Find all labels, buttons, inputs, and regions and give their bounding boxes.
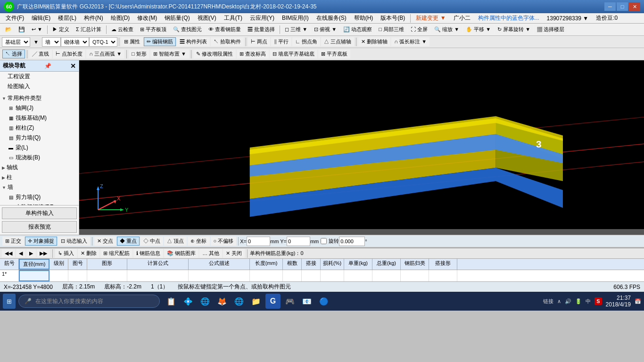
align-floor-button[interactable]: ⊠ 平齐底板 [318,49,350,58]
menu-edit[interactable]: 编辑(E) [28,13,54,23]
menu-phone[interactable]: 13907298339 ▼ [543,14,593,23]
notification-icon[interactable]: 📅 [635,298,641,304]
menu-view[interactable]: 视图(V) [194,13,220,23]
task-icon-firefox[interactable]: 🦊 [215,294,230,309]
sidebar-item-cast-slab[interactable]: ▭ 现浇板(B) [0,153,79,163]
toolbar-cloud-check[interactable]: ☁ 云检查 [108,25,136,34]
task-icon-explorer[interactable]: 📁 [248,294,264,309]
sidebar-item-beam[interactable]: ▬ 梁(L) [0,143,79,153]
sidebar-section-common-header[interactable]: ▼ 常用构件类型 [0,93,79,103]
rebar-nav-last[interactable]: ▶▶ [37,249,50,257]
select-button[interactable]: ↖ 选择 [2,49,25,58]
taskbar-ime[interactable]: 中 [586,298,591,305]
coordinate-button[interactable]: ⊕ 坐标 [188,237,209,246]
rebar-nav-prev[interactable]: ◀ [16,249,25,257]
task-icon-email[interactable]: 📧 [299,294,314,309]
menu-tools[interactable]: 工具(T) [220,13,246,23]
report-preview-button[interactable]: 报表预览 [2,221,77,233]
task-icon-g[interactable]: G [265,294,281,309]
edit-segment-button[interactable]: ✎ 修改增段属性 [193,49,236,58]
rebar-close-button[interactable]: ✕ 关闭 [223,249,245,258]
rebar-info-button[interactable]: ℹ 钢筋信息 [133,249,163,258]
x-input[interactable] [247,237,270,246]
toolbar-define[interactable]: ▶ 定义 [50,25,72,34]
toolbar-screen-rotate[interactable]: ↻ 屏幕旋转 ▼ [495,25,533,34]
intersection-button[interactable]: ✕ 交点 [94,237,116,246]
sidebar-item-raft[interactable]: ▦ 筏板基础(M) [0,113,79,123]
cell-count-1[interactable] [283,270,302,281]
rect-button[interactable]: □ 矩形 [129,49,149,58]
toolbar-open[interactable]: 📂 [2,25,15,33]
edit-rebar-button[interactable]: ✏ 编辑钢筋 [144,37,176,46]
task-icon-edge[interactable]: 🌐 [198,294,213,309]
menu-online[interactable]: 在线服务(S) [313,13,350,23]
taskbar-battery-icon[interactable]: 🔋 [575,298,582,304]
close-button[interactable]: ✕ [629,2,640,11]
cell-rebar-type-1[interactable] [401,270,429,281]
sidebar-section-axis-header[interactable]: ▶ 轴线 [0,163,79,173]
menu-bim[interactable]: BIM应用(I) [278,13,313,23]
rebar-nav-next[interactable]: ▶ [26,249,36,257]
start-button[interactable]: ⊞ [3,294,16,309]
toolbar-align-top[interactable]: ⊞ 平齐板顶 [137,25,169,34]
del-aux-button[interactable]: ✕ 删除辅轴 [358,37,390,46]
no-offset-button[interactable]: ○ 不偏移 [211,237,237,246]
cell-loss-1[interactable] [321,270,344,281]
midpoint-button[interactable]: ◆ 重点 [117,237,140,246]
toolbar-save[interactable]: 💾 [16,25,28,33]
cell-formula-1[interactable] [127,270,189,281]
scale-rebar-button[interactable]: ⊞ 缩尺配筋 [100,249,132,258]
task-icon-2[interactable]: 💠 [181,294,196,309]
sidebar-section-wall-header[interactable]: ▼ 墙 [0,182,79,192]
toolbar-pan[interactable]: ✋ 平移 ▼ [463,25,494,34]
object-snap-button[interactable]: ✛ 对象捕捉 [25,237,57,246]
menu-rebar-qty[interactable]: 钢筋量(Q) [161,13,193,23]
cell-total-weight-1[interactable] [372,270,401,281]
menu-cloud[interactable]: 云应用(Y) [246,13,278,23]
toolbar-fullscreen[interactable]: ⛶ 全屏 [408,25,430,34]
menu-assistant[interactable]: 广小二 [450,13,474,23]
sidebar-item-frame-col[interactable]: ▥ 框柱(Z) [0,123,79,133]
viewport-scrollbar[interactable] [79,229,644,235]
line-button[interactable]: ╱ 直线 [29,49,52,58]
menu-floor[interactable]: 楼层(L) [54,13,80,23]
midpoint2-button[interactable]: ◇ 中点 [140,237,163,246]
check-mark-button[interactable]: ⊞ 查改标高 [237,49,269,58]
maximize-button[interactable]: □ [617,2,628,11]
y-input[interactable] [287,237,310,246]
cell-unit-weight-1[interactable] [344,270,372,281]
menu-coins[interactable]: 造价豆:0 [592,13,621,23]
task-icon-ie[interactable]: 🌐 [231,294,247,309]
toolbar-calculate[interactable]: Σ 汇总计算 [73,25,104,34]
sidebar-item-shear-wall[interactable]: ▤ 剪力墙(Q) [0,133,79,143]
sidebar-close-icon[interactable]: ✕ [70,62,76,70]
menu-component[interactable]: 构件(N) [80,13,107,23]
toolbar-top-view[interactable]: ⊡ 俯视 ▼ [311,25,339,34]
arc-mark-button[interactable]: ∩ 弧长标注 ▼ [391,37,429,46]
three-arc-button[interactable]: ∩ 三点画弧 ▼ [86,49,124,58]
task-icon-blue[interactable]: 🔵 [316,294,331,309]
taskbar-antivirus[interactable]: S [594,297,602,305]
taskbar-search[interactable]: 🎤 在这里输入你要搜索的内容 [18,295,160,308]
dynamic-input-button[interactable]: ⊡ 动态输入 [58,237,90,246]
toolbar-zoom[interactable]: 🔍 缩放 ▼ [431,25,462,34]
menu-version[interactable]: 版本号(B) [377,13,409,23]
viewport[interactable]: 3 Z Y X [79,60,644,235]
corner-button[interactable]: ∟ 拐点角 [292,37,320,46]
toolbar-undo[interactable]: ↩ ▼ [29,25,45,33]
pt-length-button[interactable]: ⊢ 点加长度 [53,49,85,58]
smart-layout-button[interactable]: ⊞ 智能布置 ▼ [150,49,189,58]
cell-formula-desc-1[interactable] [189,270,250,281]
toolbar-local-3d[interactable]: □ 局部三维 [376,25,407,34]
parallel-button[interactable]: ∥ 平行 [271,37,291,46]
rebar-insert-button[interactable]: ↳ 插入 [55,249,77,258]
menu-file[interactable]: 文件(F) [2,13,28,23]
toolbar-3d[interactable]: ◻ 三维 ▼ [282,25,310,34]
toolbar-select-floor[interactable]: ▦ 选择楼层 [534,25,567,34]
rotate-input[interactable] [339,237,365,246]
rebar-delete-button[interactable]: ✕ 删除 [78,249,99,258]
sidebar-item-drawing-input[interactable]: 绘图输入 [0,82,79,91]
sidebar-item-shear-wall2[interactable]: ▤ 剪力墙(Q) [0,192,79,202]
align-base-button[interactable]: ⊟ 墙底平齐基础底 [270,49,317,58]
cell-shape-1[interactable] [87,270,127,281]
